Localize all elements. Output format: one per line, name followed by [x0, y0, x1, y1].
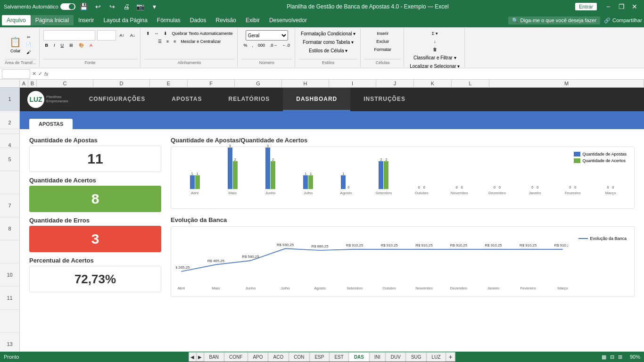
copy-button[interactable]: 📄 [24, 41, 33, 48]
bold-button[interactable]: B [43, 42, 50, 49]
sheet-tab-aco[interactable]: ACO [268, 352, 289, 362]
increase-decimal-button[interactable]: .0→ [268, 42, 280, 49]
menu-revisao[interactable]: Revisão [211, 15, 241, 25]
increase-font-button[interactable]: A↑ [118, 32, 127, 39]
sub-tab-apostas[interactable]: APOSTAS [29, 119, 73, 129]
formula-input[interactable] [50, 71, 642, 77]
align-left-button[interactable]: ☰ [156, 38, 164, 45]
menu-layout[interactable]: Layout da Página [99, 15, 152, 25]
login-button[interactable]: Entrar [575, 3, 597, 10]
menu-arquivo[interactable]: Arquivo [2, 15, 31, 25]
sheet-tab-ban[interactable]: BAN [204, 352, 224, 362]
col-header-c[interactable]: C [37, 80, 93, 87]
camera-icon[interactable]: 📷 [135, 2, 146, 11]
col-header-g[interactable]: G [235, 80, 282, 87]
menu-inserir[interactable]: Inserir [74, 15, 99, 25]
sheet-tab-apo[interactable]: APO [248, 352, 268, 362]
sort-filter-button[interactable]: Classificar e Filtrar ▾ [412, 54, 458, 61]
insert-button[interactable]: Inserir [375, 30, 390, 37]
close-button[interactable]: ✕ [629, 2, 640, 11]
underline-button[interactable]: U [59, 42, 66, 49]
view-normal-icon[interactable]: ▦ [602, 354, 606, 360]
merge-center-button[interactable]: Mesclar e Centralizar [179, 38, 223, 45]
percent-button[interactable]: % [241, 42, 249, 49]
search-bar[interactable]: 🔍 Diga-me o que você deseja fazer [508, 16, 600, 25]
align-middle-button[interactable]: ↔ [153, 30, 161, 37]
sheet-tab-ini[interactable]: INI [369, 352, 386, 362]
menu-pagina-inicial[interactable]: Página Inicial [31, 15, 74, 25]
scroll-left-icon[interactable]: ◀ [189, 352, 196, 362]
fill-color-button[interactable]: 🎨 [77, 42, 86, 49]
formula-confirm-icon[interactable]: ✓ [38, 71, 42, 77]
scroll-right-icon[interactable]: ▶ [196, 352, 204, 362]
sheet-tab-luz[interactable]: LUZ [427, 352, 446, 362]
border-button[interactable]: ⊞ [67, 42, 75, 49]
nav-tab-instrucoes[interactable]: INSTRUÇÕES [350, 88, 419, 111]
sheet-tab-con[interactable]: CON [289, 352, 309, 362]
format-button[interactable]: Formatar [372, 46, 393, 53]
col-header-e[interactable]: E [150, 80, 188, 87]
align-center-button[interactable]: ≡ [165, 38, 171, 45]
sheet-tab-esp[interactable]: ESP [309, 352, 329, 362]
font-color-button[interactable]: A [88, 42, 94, 49]
print-icon[interactable]: 🖨 [121, 2, 132, 11]
sum-button[interactable]: Σ ▾ [430, 30, 440, 37]
number-format-select[interactable]: Geral [246, 30, 288, 41]
col-header-l[interactable]: L [452, 80, 489, 87]
menu-exibir[interactable]: Exibir [241, 15, 264, 25]
add-sheet-button[interactable]: + [446, 352, 455, 362]
cell-reference-input[interactable]: A1 [2, 69, 30, 79]
restore-button[interactable]: ❐ [616, 2, 627, 11]
autosave-switch[interactable] [60, 3, 75, 10]
save-icon[interactable]: 💾 [78, 2, 90, 11]
menu-desenvolvedor[interactable]: Desenvolvedor [264, 15, 312, 25]
font-name-input[interactable]: Calibri [43, 30, 95, 41]
cut-button[interactable]: ✂ [24, 34, 33, 41]
nav-tab-configuracoes[interactable]: CONFIGURAÇÕES [76, 88, 159, 111]
sheet-tab-conf[interactable]: CONF [224, 352, 248, 362]
italic-button[interactable]: I [52, 42, 57, 49]
paste-button[interactable]: 📋 Colar [8, 35, 23, 54]
format-table-button[interactable]: Formatar como Tabela ▾ [301, 39, 355, 46]
col-header-i[interactable]: I [329, 80, 376, 87]
cell-styles-button[interactable]: Estilos de Célula ▾ [307, 47, 349, 54]
col-header-f[interactable]: F [188, 80, 235, 87]
align-bottom-button[interactable]: ⬇ [162, 30, 169, 37]
menu-dados[interactable]: Dados [185, 15, 211, 25]
clear-button[interactable]: 🗑 [431, 46, 439, 53]
minimize-button[interactable]: − [603, 2, 614, 11]
dropdown-icon[interactable]: ▾ [149, 2, 160, 11]
sheet-tab-sug[interactable]: SUG [406, 352, 427, 362]
decrease-font-button[interactable]: A↓ [128, 32, 137, 39]
function-icon[interactable]: fx [44, 71, 49, 77]
col-header-m[interactable]: M [489, 80, 644, 87]
undo-icon[interactable]: ↩ [92, 2, 104, 11]
col-header-d[interactable]: D [93, 80, 150, 87]
autosave-toggle[interactable]: Salvamento Automático [4, 3, 75, 10]
font-size-input[interactable]: 12 [97, 30, 116, 41]
col-header-h[interactable]: H [282, 80, 329, 87]
view-layout-icon[interactable]: ⊟ [610, 354, 614, 360]
sheet-tab-das[interactable]: DAS [349, 352, 369, 362]
nav-tab-apostas[interactable]: APOSTAS [158, 88, 215, 111]
nav-tab-relatorios[interactable]: RELATÓRIOS [215, 88, 283, 111]
col-header-j[interactable]: J [376, 80, 414, 87]
wrap-text-button[interactable]: Quebrar Texto Automaticamente [170, 30, 235, 37]
nav-tab-dashboard[interactable]: DASHBOARD [283, 88, 350, 111]
sheet-tab-est[interactable]: EST [329, 352, 348, 362]
col-header-k[interactable]: K [414, 80, 452, 87]
conditional-format-button[interactable]: Formatação Condicional ▾ [299, 30, 357, 37]
sheet-tab-duv[interactable]: DUV [386, 352, 406, 362]
decrease-decimal-button[interactable]: ←.0 [281, 42, 292, 49]
align-top-button[interactable]: ⬆ [144, 30, 152, 37]
col-header-a[interactable]: A [20, 80, 28, 87]
col-header-b[interactable]: B [28, 80, 37, 87]
fill-button[interactable]: ↓ [432, 38, 438, 45]
share-button[interactable]: 🔗 Compartilhar [604, 17, 642, 24]
comma-button[interactable]: , [250, 42, 256, 49]
menu-formulas[interactable]: Fórmulas [152, 15, 185, 25]
format-painter-button[interactable]: 🖌 [24, 49, 33, 56]
align-right-button[interactable]: ≡ [172, 38, 178, 45]
view-page-icon[interactable]: ⊞ [618, 354, 622, 360]
delete-button[interactable]: Excluir [374, 38, 391, 45]
